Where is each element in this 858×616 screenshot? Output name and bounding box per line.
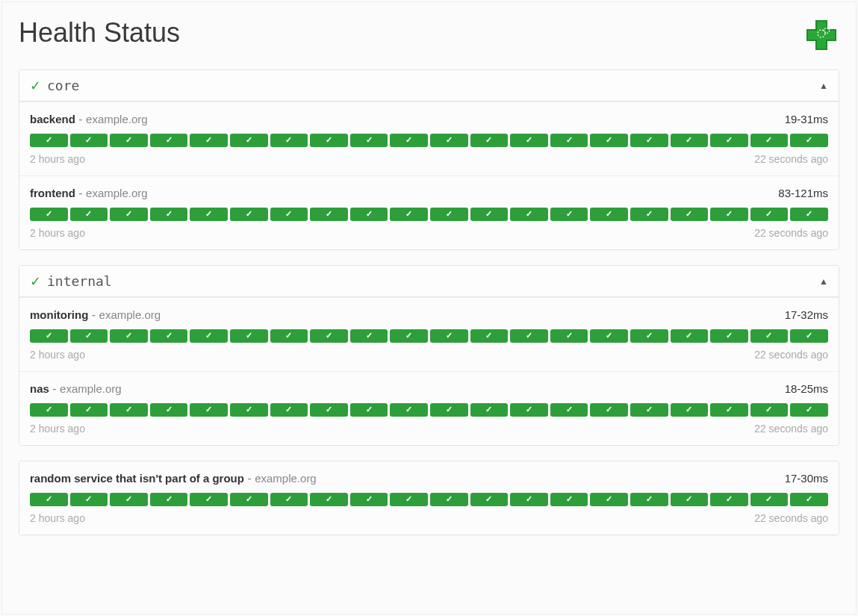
chevron-up-icon[interactable]: ▲ <box>819 81 828 91</box>
status-bar[interactable] <box>150 208 188 221</box>
status-bar[interactable] <box>310 208 348 221</box>
status-bar[interactable] <box>350 493 388 506</box>
status-bar[interactable] <box>230 134 268 147</box>
status-bar[interactable] <box>710 208 748 221</box>
status-bars[interactable] <box>30 208 828 221</box>
status-bar[interactable] <box>150 329 188 343</box>
status-bar[interactable] <box>430 329 468 343</box>
chevron-up-icon[interactable]: ▲ <box>819 276 828 287</box>
status-bar[interactable] <box>470 403 509 417</box>
status-bar[interactable] <box>110 403 148 417</box>
status-bar[interactable] <box>671 493 709 506</box>
status-bar[interactable] <box>790 403 828 417</box>
status-bar[interactable] <box>30 329 68 343</box>
status-bar[interactable] <box>510 403 548 417</box>
status-bar[interactable] <box>590 329 628 343</box>
status-bar[interactable] <box>750 493 789 506</box>
status-bar[interactable] <box>390 493 428 506</box>
status-bar[interactable] <box>350 134 388 147</box>
status-bar[interactable] <box>710 493 748 506</box>
status-bar[interactable] <box>671 403 709 417</box>
status-bar[interactable] <box>310 329 348 343</box>
status-bar[interactable] <box>70 403 108 417</box>
status-bar[interactable] <box>671 329 709 343</box>
status-bar[interactable] <box>430 493 468 506</box>
status-bar[interactable] <box>750 329 789 343</box>
status-bar[interactable] <box>190 493 228 506</box>
status-bar[interactable] <box>150 493 188 506</box>
status-bar[interactable] <box>350 403 388 417</box>
status-bar[interactable] <box>550 329 588 343</box>
status-bar[interactable] <box>190 403 228 417</box>
status-bar[interactable] <box>630 493 668 506</box>
status-bars[interactable] <box>30 134 828 147</box>
status-bar[interactable] <box>350 329 388 343</box>
status-bar[interactable] <box>470 493 509 506</box>
status-bar[interactable] <box>630 329 668 343</box>
group-header[interactable]: ✓core▲ <box>19 70 839 102</box>
status-bar[interactable] <box>590 493 628 506</box>
status-bar[interactable] <box>710 134 748 147</box>
status-bar[interactable] <box>510 208 548 221</box>
status-bar[interactable] <box>310 134 348 147</box>
status-bar[interactable] <box>710 403 748 417</box>
status-bar[interactable] <box>110 134 148 147</box>
status-bar[interactable] <box>70 134 108 147</box>
status-bar[interactable] <box>270 134 308 147</box>
status-bar[interactable] <box>30 134 68 147</box>
status-bar[interactable] <box>430 208 468 221</box>
status-bars[interactable] <box>30 493 828 506</box>
group-header[interactable]: ✓internal▲ <box>19 266 839 297</box>
status-bar[interactable] <box>470 134 509 147</box>
status-bar[interactable] <box>790 208 828 221</box>
status-bar[interactable] <box>110 493 148 506</box>
status-bar[interactable] <box>470 329 509 343</box>
status-bar[interactable] <box>310 403 348 417</box>
status-bar[interactable] <box>270 208 308 221</box>
status-bar[interactable] <box>30 403 68 417</box>
status-bar[interactable] <box>590 403 628 417</box>
status-bar[interactable] <box>750 134 789 147</box>
status-bar[interactable] <box>190 134 228 147</box>
status-bar[interactable] <box>30 208 68 221</box>
status-bar[interactable] <box>190 329 228 343</box>
status-bar[interactable] <box>230 493 268 506</box>
status-bar[interactable] <box>710 329 748 343</box>
status-bar[interactable] <box>270 329 308 343</box>
status-bar[interactable] <box>790 329 828 343</box>
status-bar[interactable] <box>550 134 588 147</box>
status-bar[interactable] <box>150 134 188 147</box>
status-bar[interactable] <box>270 493 308 506</box>
status-bar[interactable] <box>70 329 108 343</box>
status-bar[interactable] <box>70 493 108 506</box>
status-bar[interactable] <box>510 493 548 506</box>
status-bar[interactable] <box>510 134 548 147</box>
status-bar[interactable] <box>630 208 668 221</box>
status-bar[interactable] <box>550 208 588 221</box>
status-bar[interactable] <box>310 493 348 506</box>
status-bar[interactable] <box>230 208 268 221</box>
status-bar[interactable] <box>230 329 268 343</box>
status-bar[interactable] <box>750 403 789 417</box>
status-bar[interactable] <box>390 134 428 147</box>
status-bar[interactable] <box>150 403 188 417</box>
status-bar[interactable] <box>630 134 668 147</box>
status-bar[interactable] <box>430 403 468 417</box>
status-bar[interactable] <box>550 403 588 417</box>
status-bar[interactable] <box>550 493 588 506</box>
status-bar[interactable] <box>470 208 509 221</box>
status-bar[interactable] <box>390 208 428 221</box>
status-bar[interactable] <box>671 134 709 147</box>
status-bar[interactable] <box>270 403 308 417</box>
status-bar[interactable] <box>110 208 148 221</box>
status-bar[interactable] <box>510 329 548 343</box>
status-bar[interactable] <box>390 403 428 417</box>
status-bar[interactable] <box>790 134 828 147</box>
status-bar[interactable] <box>70 208 108 221</box>
status-bar[interactable] <box>430 134 468 147</box>
status-bar[interactable] <box>671 208 709 221</box>
status-bar[interactable] <box>590 208 628 221</box>
status-bar[interactable] <box>630 403 668 417</box>
status-bar[interactable] <box>590 134 628 147</box>
status-bar[interactable] <box>750 208 789 221</box>
